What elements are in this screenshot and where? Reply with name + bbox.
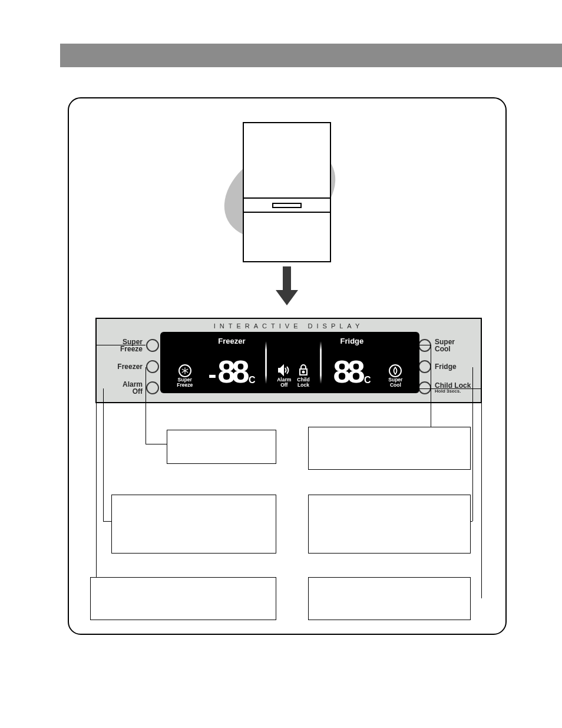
alarm-off-label: AlarmOff bbox=[123, 381, 143, 395]
main-frame: INTERACTIVE DISPLAY SuperFreeze Freezer … bbox=[68, 97, 507, 635]
lcd-divider bbox=[320, 341, 322, 384]
control-panel: INTERACTIVE DISPLAY SuperFreeze Freezer … bbox=[95, 318, 482, 403]
desc-box-fridge bbox=[308, 495, 471, 554]
lcd-fridge-value: 88°C bbox=[333, 355, 371, 387]
connector-line bbox=[146, 367, 146, 444]
fridge-illustration bbox=[210, 122, 363, 305]
speaker-icon bbox=[277, 364, 291, 376]
super-cool-label: SuperCool bbox=[435, 338, 455, 353]
lcd-freezer: Freezer -88°C bbox=[200, 338, 263, 387]
arrow-down-icon bbox=[278, 266, 296, 305]
desc-box-alarm bbox=[111, 495, 276, 554]
lcd-super-cool-label: SuperCool bbox=[388, 377, 402, 387]
super-freeze-label: SuperFreeze bbox=[120, 338, 143, 353]
lcd-alarm-off-label: AlarmOff bbox=[277, 377, 291, 387]
lcd-child-lock-stack: ChildLock bbox=[297, 364, 309, 387]
connector-line bbox=[103, 388, 104, 521]
fridge-button[interactable] bbox=[418, 360, 431, 373]
freezer-button[interactable] bbox=[146, 360, 159, 373]
panel-title: INTERACTIVE DISPLAY bbox=[97, 322, 481, 330]
lcd-display: SuperFreeze Freezer -88°C bbox=[160, 332, 419, 393]
connector-line bbox=[403, 345, 431, 345]
super-freeze-button-row: SuperFreeze bbox=[104, 335, 159, 356]
lcd-fridge-title: Fridge bbox=[323, 337, 381, 345]
super-freeze-button[interactable] bbox=[146, 339, 159, 352]
desc-box-super-freeze bbox=[90, 577, 276, 620]
super-cool-button-row: SuperCool bbox=[418, 335, 474, 356]
desc-box-child-lock bbox=[308, 577, 471, 620]
alarm-off-button[interactable] bbox=[146, 381, 159, 394]
connector-line bbox=[481, 388, 482, 598]
fridge-handle-strip bbox=[244, 199, 330, 213]
snowflake-icon bbox=[178, 364, 191, 377]
fridge-upper-door bbox=[244, 123, 330, 199]
lcd-super-freeze-label: SuperFreeze bbox=[177, 377, 193, 387]
connector-line bbox=[96, 345, 97, 598]
connector-line bbox=[146, 444, 167, 444]
droplet-icon bbox=[389, 364, 402, 377]
connector-line bbox=[403, 388, 481, 389]
lcd-middle: AlarmOff ChildLock bbox=[268, 338, 319, 387]
connector-line bbox=[96, 345, 146, 345]
super-cool-button[interactable] bbox=[418, 339, 431, 352]
fridge-button-row: Fridge bbox=[418, 356, 474, 377]
lcd-alarm-off-stack: AlarmOff bbox=[277, 364, 291, 387]
lock-icon bbox=[297, 364, 309, 376]
header-bar bbox=[60, 44, 562, 67]
child-lock-button-row: Child Lock Hold 3secs. bbox=[418, 377, 474, 398]
connector-line bbox=[103, 521, 111, 522]
lcd-fridge: Fridge 88°C bbox=[323, 338, 381, 387]
alarm-off-button-row: AlarmOff bbox=[104, 377, 159, 398]
lcd-freezer-value: -88°C bbox=[208, 355, 255, 387]
lcd-child-lock-label: ChildLock bbox=[297, 377, 309, 387]
child-lock-button[interactable] bbox=[418, 381, 431, 394]
desc-box-super-cool bbox=[308, 427, 471, 470]
connector-line bbox=[472, 367, 473, 521]
lcd-freezer-title: Freezer bbox=[200, 337, 263, 345]
lcd-super-freeze: SuperFreeze bbox=[170, 338, 200, 387]
lcd-divider bbox=[265, 341, 267, 384]
handle-slot bbox=[272, 203, 302, 208]
fridge-label: Fridge bbox=[435, 363, 457, 370]
svg-point-4 bbox=[302, 371, 304, 373]
freezer-button-row: Freezer bbox=[104, 356, 159, 377]
desc-box-freezer bbox=[167, 430, 276, 464]
freezer-label: Freezer bbox=[117, 363, 143, 370]
fridge-outline bbox=[243, 122, 331, 262]
child-lock-label: Child Lock Hold 3secs. bbox=[435, 382, 471, 394]
